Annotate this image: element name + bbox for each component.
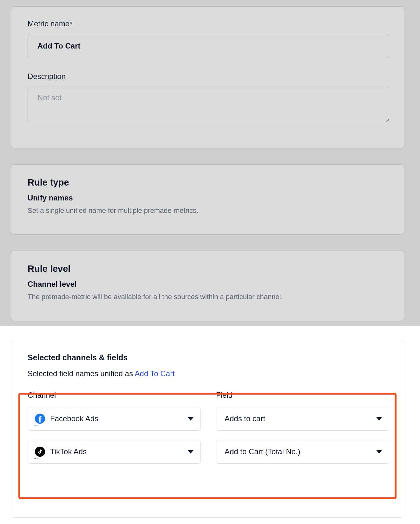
field-column: Field Adds to cart Add to Cart (Total No… <box>216 391 389 473</box>
metric-name-input[interactable] <box>28 34 389 58</box>
rule-level-card: Rule level Channel level The premade-met… <box>11 251 404 321</box>
chevron-down-icon <box>376 417 382 421</box>
rule-level-heading: Rule level <box>28 264 387 274</box>
unified-name-link[interactable]: Add To Cart <box>135 369 175 378</box>
rule-type-heading: Rule type <box>28 177 387 188</box>
channel-dropdown-tiktok-ads[interactable]: ads TikTok Ads <box>28 440 201 464</box>
tiktok-ads-icon: ads <box>35 447 45 457</box>
channel-column-header: Channel <box>28 391 201 400</box>
field-column-header: Field <box>216 391 389 400</box>
channel-dropdown-label: Facebook Ads <box>50 414 188 423</box>
chevron-down-icon <box>376 450 382 454</box>
chevron-down-icon <box>188 417 194 421</box>
facebook-ads-icon: ads <box>35 414 45 424</box>
field-dropdown-label: Add to Cart (Total No.) <box>223 447 376 456</box>
description-textarea[interactable] <box>28 87 389 122</box>
rule-type-description: Set a single unified name for multiple p… <box>28 206 387 216</box>
channel-column: Channel ads Facebook Ads ads TikTok Ads <box>28 391 201 473</box>
field-dropdown-adds-to-cart[interactable]: Adds to cart <box>216 407 389 431</box>
chevron-down-icon <box>188 450 194 454</box>
field-dropdown-add-to-cart-total[interactable]: Add to Cart (Total No.) <box>216 440 389 464</box>
channel-dropdown-label: TikTok Ads <box>50 447 188 456</box>
selected-subtext: Selected field names unified as Add To C… <box>28 369 387 378</box>
metric-card: Metric name* Description <box>11 6 404 148</box>
field-dropdown-label: Adds to cart <box>223 414 376 423</box>
channel-dropdown-facebook-ads[interactable]: ads Facebook Ads <box>28 407 201 431</box>
rule-type-subheading: Unify names <box>28 193 387 202</box>
rule-level-description: The premade-metric will be available for… <box>28 292 387 302</box>
metric-name-label: Metric name* <box>28 19 387 28</box>
selected-channels-card: Selected channels & fields Selected fiel… <box>11 340 404 518</box>
rule-type-card: Rule type Unify names Set a single unifi… <box>11 164 404 235</box>
description-label: Description <box>28 72 387 81</box>
selected-heading: Selected channels & fields <box>28 353 387 362</box>
selected-subtext-prefix: Selected field names unified as <box>28 369 135 378</box>
rule-level-subheading: Channel level <box>28 280 387 289</box>
